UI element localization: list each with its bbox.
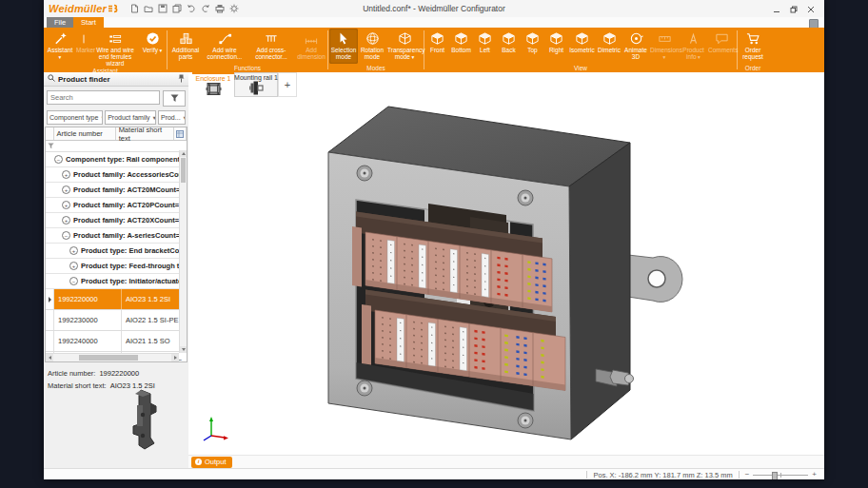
transparency-icon — [398, 30, 412, 47]
print-icon[interactable] — [215, 4, 225, 13]
pin-icon[interactable] — [178, 74, 185, 85]
column-article-number[interactable]: Article number — [54, 127, 116, 140]
viewport-3d[interactable] — [188, 97, 824, 455]
wire-wizard-icon — [108, 30, 123, 47]
output-button[interactable]: i Output — [191, 457, 232, 468]
expand-icon[interactable]: + — [69, 246, 78, 255]
zoom-out-button[interactable]: − — [745, 471, 750, 478]
settings-icon[interactable] — [229, 4, 239, 13]
search-icon — [48, 74, 55, 84]
add-tab-button[interactable]: + — [278, 72, 297, 97]
scroll-left-icon[interactable] — [46, 354, 53, 361]
zoom-slider[interactable] — [753, 471, 808, 479]
zoom-slider-thumb[interactable] — [772, 472, 778, 480]
view-dimetric-button[interactable]: Dimetric — [596, 29, 622, 64]
restore-button[interactable] — [790, 0, 798, 17]
redo-icon[interactable] — [201, 4, 210, 13]
article-row[interactable]: 1992240000 AIO21 1.5 SO — [46, 331, 187, 352]
dimensions-button[interactable]: Dimensions — [649, 29, 680, 64]
collapse-icon[interactable]: − — [54, 155, 63, 164]
copy-icon[interactable] — [172, 4, 182, 13]
collapse-icon[interactable]: − — [62, 231, 70, 240]
tree-group-row[interactable]: +Product type: End bracketCount=1 — [46, 244, 187, 259]
tab-mounting-rail-1[interactable]: Mounting rail 1 — [234, 72, 278, 97]
marker-button[interactable]: Marker — [75, 29, 91, 67]
order-request-button[interactable]: Order request — [739, 29, 767, 64]
view-bottom-button[interactable]: Bottom — [449, 29, 473, 64]
scrollbar-thumb[interactable] — [181, 158, 186, 183]
info-icon: i — [195, 459, 202, 465]
product-info-button[interactable]: Product info — [680, 29, 707, 64]
view-left-button[interactable]: Left — [473, 29, 497, 64]
add-cross-connector-button[interactable]: Add cross-connector... — [247, 29, 296, 64]
view-top-button[interactable]: Top — [521, 29, 544, 64]
ribbon-group-order: Order request Order — [738, 28, 768, 72]
verify-button[interactable]: Verify — [139, 29, 166, 67]
scrollbar-thumb[interactable] — [79, 355, 138, 361]
undo-icon[interactable] — [187, 4, 196, 13]
minimize-button[interactable] — [773, 0, 780, 17]
tab-start[interactable]: Start — [73, 17, 104, 28]
new-file-icon[interactable] — [130, 4, 139, 13]
product-type-dropdown[interactable]: Prod...▼ — [158, 110, 186, 125]
view-front-button[interactable]: Front — [425, 29, 449, 64]
grid-filter-row[interactable] — [46, 141, 187, 152]
animate-3d-button[interactable]: Animate 3D — [622, 29, 649, 64]
tree-group-row[interactable]: +Product family: ACT20PCount=1 — [46, 198, 187, 213]
cursor-icon — [337, 30, 350, 47]
grid-header: Article number Material short text — [46, 127, 187, 141]
scroll-right-icon[interactable] — [171, 354, 179, 361]
selection-mode-button[interactable]: Selection mode — [329, 29, 358, 64]
view-cube-icon — [602, 30, 617, 47]
tree-group-row[interactable]: +Product family: AccessoriesCount=3 — [46, 167, 187, 183]
transparency-mode-button[interactable]: Transparency mode — [386, 29, 423, 64]
add-wire-connection-button[interactable]: Add wire connection... — [203, 29, 247, 64]
tab-file[interactable]: File — [47, 17, 73, 28]
view-cube-icon — [502, 30, 516, 47]
component-type-dropdown[interactable]: Component type▼ — [47, 110, 103, 125]
view-isometric-button[interactable]: Isometric — [568, 29, 596, 64]
ribbon-group-functions: Additional parts Add wire connection... … — [168, 28, 327, 72]
expand-icon[interactable]: + — [62, 170, 70, 179]
row-indicator — [46, 310, 54, 330]
collapse-icon[interactable]: − — [69, 277, 78, 285]
expand-icon[interactable]: + — [69, 262, 78, 270]
scroll-down-icon[interactable] — [180, 346, 187, 353]
tree-group-row[interactable]: +Product family: ACT20XCount=17 — [46, 213, 187, 228]
filter-button[interactable] — [163, 90, 186, 107]
cart-icon — [746, 30, 760, 47]
tree-group-row[interactable]: +Product family: ACT20MCount=19 — [46, 183, 187, 198]
comments-button[interactable]: Comments — [707, 29, 736, 64]
article-row-selected[interactable]: 1992220000 AIO23 1.5 2SI — [46, 289, 187, 310]
add-dimension-button[interactable]: Add dimension — [296, 29, 326, 64]
wire-wizard-button[interactable]: Wire and wire end ferrules wizard — [91, 29, 139, 67]
close-button[interactable] — [807, 0, 815, 17]
additional-parts-button[interactable]: Additional parts — [168, 29, 203, 64]
open-icon[interactable] — [144, 4, 153, 13]
horizontal-scrollbar[interactable] — [46, 353, 179, 361]
search-input[interactable] — [47, 90, 160, 105]
article-row[interactable]: 1992230000 AIO22 1.5 SI-PE — [46, 310, 187, 331]
output-bar: i Output — [188, 455, 824, 469]
expand-icon[interactable]: + — [62, 216, 70, 224]
rotation-mode-button[interactable]: Rotation mode — [358, 29, 386, 64]
product-family-dropdown[interactable]: Product family▼ — [105, 110, 156, 125]
tree-group-row[interactable]: −Product family: A-seriesCount=143 — [46, 228, 187, 244]
product-info-icon — [686, 30, 700, 47]
view-right-button[interactable]: Right — [544, 29, 568, 64]
column-chooser-icon[interactable] — [174, 127, 187, 140]
view-back-button[interactable]: Back — [497, 29, 521, 64]
zoom-in-button[interactable]: + — [812, 471, 817, 478]
save-icon[interactable] — [158, 4, 168, 13]
assistant-button[interactable]: Assistant — [45, 29, 75, 67]
tree-group-row[interactable]: −Component type: Rail componentCount=172… — [46, 152, 187, 167]
zoom-control: − + — [745, 471, 817, 479]
vertical-scrollbar[interactable] — [179, 150, 187, 353]
expand-icon[interactable]: + — [62, 185, 70, 194]
scroll-up-icon[interactable] — [180, 150, 187, 157]
tab-enclosure-1[interactable]: Enclosure 1 — [192, 72, 234, 97]
column-material-short-text[interactable]: Material short text — [116, 127, 174, 140]
tree-group-row[interactable]: +Product type: Feed-through terminalCo — [46, 259, 187, 274]
expand-icon[interactable]: + — [62, 201, 70, 209]
tree-group-row[interactable]: −Product type: Initiator/actuator termin… — [46, 274, 187, 289]
